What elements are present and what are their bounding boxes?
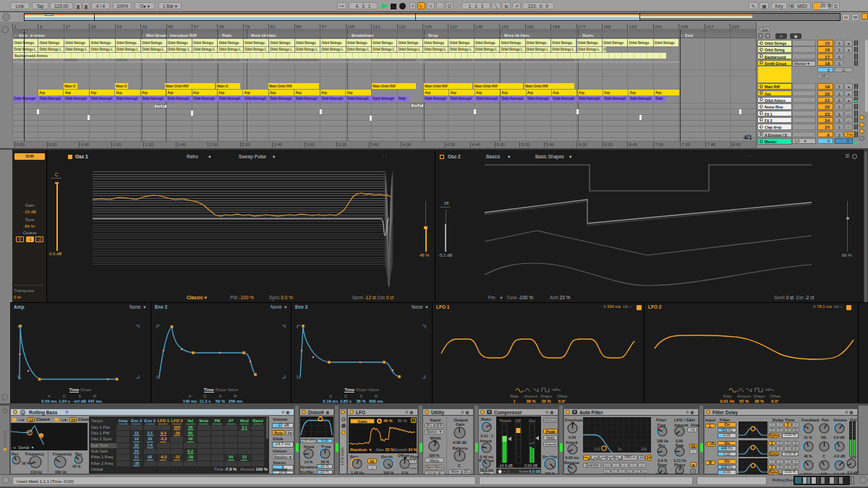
svg-text:100: 100 — [594, 447, 600, 451]
svg-text:1k: 1k — [618, 447, 622, 451]
svg-text:10k: 10k — [641, 447, 647, 451]
